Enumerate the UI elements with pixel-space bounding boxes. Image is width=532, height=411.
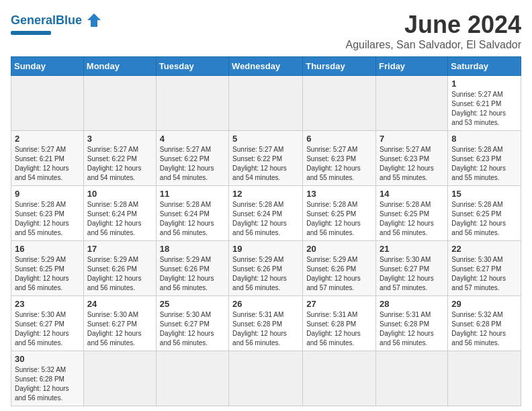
day-number: 12	[232, 189, 299, 199]
logo-blue-bar	[11, 31, 51, 35]
day-cell: 2Sunrise: 5:27 AM Sunset: 6:21 PM Daylig…	[11, 131, 84, 186]
day-info: Sunrise: 5:28 AM Sunset: 6:24 PM Dayligh…	[160, 200, 225, 238]
day-cell: 21Sunrise: 5:30 AM Sunset: 6:27 PM Dayli…	[376, 241, 448, 296]
day-cell: 24Sunrise: 5:30 AM Sunset: 6:27 PM Dayli…	[83, 296, 156, 351]
week-row-4: 23Sunrise: 5:30 AM Sunset: 6:27 PM Dayli…	[11, 296, 521, 351]
day-cell: 19Sunrise: 5:29 AM Sunset: 6:26 PM Dayli…	[229, 241, 303, 296]
day-number: 25	[160, 299, 225, 309]
logo-blue: Blue	[56, 13, 82, 27]
day-cell: 27Sunrise: 5:31 AM Sunset: 6:28 PM Dayli…	[303, 296, 376, 351]
week-row-1: 2Sunrise: 5:27 AM Sunset: 6:21 PM Daylig…	[11, 131, 521, 186]
day-cell: 12Sunrise: 5:28 AM Sunset: 6:24 PM Dayli…	[229, 186, 303, 241]
header-row: SundayMondayTuesdayWednesdayThursdayFrid…	[11, 57, 521, 76]
day-cell: 28Sunrise: 5:31 AM Sunset: 6:28 PM Dayli…	[376, 296, 448, 351]
day-cell: 18Sunrise: 5:29 AM Sunset: 6:26 PM Dayli…	[156, 241, 228, 296]
day-cell	[83, 351, 156, 406]
day-cell: 8Sunrise: 5:28 AM Sunset: 6:23 PM Daylig…	[448, 131, 521, 186]
day-cell: 11Sunrise: 5:28 AM Sunset: 6:24 PM Dayli…	[156, 186, 228, 241]
day-cell	[376, 76, 448, 131]
day-cell	[229, 351, 303, 406]
column-header-thursday: Thursday	[303, 57, 376, 76]
day-cell: 1Sunrise: 5:27 AM Sunset: 6:21 PM Daylig…	[448, 76, 521, 131]
logo: GeneralBlue	[11, 11, 103, 35]
day-number: 27	[306, 299, 372, 309]
week-row-2: 9Sunrise: 5:28 AM Sunset: 6:23 PM Daylig…	[11, 186, 521, 241]
day-info: Sunrise: 5:30 AM Sunset: 6:27 PM Dayligh…	[451, 255, 517, 293]
day-cell: 23Sunrise: 5:30 AM Sunset: 6:27 PM Dayli…	[11, 296, 84, 351]
day-info: Sunrise: 5:28 AM Sunset: 6:25 PM Dayligh…	[380, 200, 444, 238]
column-header-tuesday: Tuesday	[156, 57, 228, 76]
day-info: Sunrise: 5:27 AM Sunset: 6:22 PM Dayligh…	[160, 145, 225, 183]
day-cell: 26Sunrise: 5:31 AM Sunset: 6:28 PM Dayli…	[229, 296, 303, 351]
day-number: 18	[160, 244, 225, 254]
day-cell: 3Sunrise: 5:27 AM Sunset: 6:22 PM Daylig…	[83, 131, 156, 186]
day-number: 8	[451, 134, 517, 144]
week-row-5: 30Sunrise: 5:32 AM Sunset: 6:28 PM Dayli…	[11, 351, 521, 406]
day-number: 30	[15, 354, 80, 364]
day-number: 9	[15, 189, 80, 199]
day-info: Sunrise: 5:31 AM Sunset: 6:28 PM Dayligh…	[306, 310, 372, 348]
day-info: Sunrise: 5:30 AM Sunset: 6:27 PM Dayligh…	[160, 310, 225, 348]
day-info: Sunrise: 5:30 AM Sunset: 6:27 PM Dayligh…	[380, 255, 444, 293]
day-cell: 25Sunrise: 5:30 AM Sunset: 6:27 PM Dayli…	[156, 296, 228, 351]
calendar-table: SundayMondayTuesdayWednesdayThursdayFrid…	[11, 56, 521, 406]
subtitle: Aguilares, San Salvador, El Salvador	[346, 39, 521, 51]
day-cell: 4Sunrise: 5:27 AM Sunset: 6:22 PM Daylig…	[156, 131, 228, 186]
day-number: 10	[87, 189, 152, 199]
day-cell	[83, 76, 156, 131]
day-cell: 29Sunrise: 5:32 AM Sunset: 6:28 PM Dayli…	[448, 296, 521, 351]
column-header-sunday: Sunday	[11, 57, 84, 76]
day-cell	[229, 76, 303, 131]
day-cell: 30Sunrise: 5:32 AM Sunset: 6:28 PM Dayli…	[11, 351, 84, 406]
day-info: Sunrise: 5:27 AM Sunset: 6:23 PM Dayligh…	[306, 145, 372, 183]
day-number: 22	[451, 244, 517, 254]
header: GeneralBlue June 2024 Aguilares, San Sal…	[11, 11, 521, 51]
day-cell	[448, 351, 521, 406]
day-number: 4	[160, 134, 225, 144]
day-number: 21	[380, 244, 444, 254]
day-number: 1	[451, 79, 517, 89]
day-number: 3	[87, 134, 152, 144]
day-cell	[156, 76, 228, 131]
day-info: Sunrise: 5:32 AM Sunset: 6:28 PM Dayligh…	[15, 365, 80, 403]
week-row-0: 1Sunrise: 5:27 AM Sunset: 6:21 PM Daylig…	[11, 76, 521, 131]
day-number: 2	[15, 134, 80, 144]
day-info: Sunrise: 5:27 AM Sunset: 6:22 PM Dayligh…	[232, 145, 299, 183]
day-cell: 9Sunrise: 5:28 AM Sunset: 6:23 PM Daylig…	[11, 186, 84, 241]
logo-general: General	[11, 13, 56, 27]
day-info: Sunrise: 5:30 AM Sunset: 6:27 PM Dayligh…	[15, 310, 80, 348]
day-number: 5	[232, 134, 299, 144]
day-info: Sunrise: 5:31 AM Sunset: 6:28 PM Dayligh…	[380, 310, 444, 348]
day-number: 15	[451, 189, 517, 199]
day-cell: 17Sunrise: 5:29 AM Sunset: 6:26 PM Dayli…	[83, 241, 156, 296]
day-number: 13	[306, 189, 372, 199]
day-info: Sunrise: 5:27 AM Sunset: 6:22 PM Dayligh…	[87, 145, 152, 183]
day-cell: 16Sunrise: 5:29 AM Sunset: 6:25 PM Dayli…	[11, 241, 84, 296]
week-row-3: 16Sunrise: 5:29 AM Sunset: 6:25 PM Dayli…	[11, 241, 521, 296]
logo-text: GeneralBlue	[11, 13, 82, 28]
day-cell: 5Sunrise: 5:27 AM Sunset: 6:22 PM Daylig…	[229, 131, 303, 186]
svg-marker-0	[87, 13, 101, 27]
column-header-monday: Monday	[83, 57, 156, 76]
day-cell	[303, 76, 376, 131]
day-number: 23	[15, 299, 80, 309]
month-title: June 2024	[346, 11, 521, 39]
day-cell: 15Sunrise: 5:28 AM Sunset: 6:25 PM Dayli…	[448, 186, 521, 241]
day-info: Sunrise: 5:29 AM Sunset: 6:26 PM Dayligh…	[160, 255, 225, 293]
day-info: Sunrise: 5:28 AM Sunset: 6:24 PM Dayligh…	[87, 200, 152, 238]
day-number: 16	[15, 244, 80, 254]
day-cell: 13Sunrise: 5:28 AM Sunset: 6:25 PM Dayli…	[303, 186, 376, 241]
logo-icon	[85, 11, 103, 30]
day-number: 19	[232, 244, 299, 254]
day-info: Sunrise: 5:31 AM Sunset: 6:28 PM Dayligh…	[232, 310, 299, 348]
title-block: June 2024 Aguilares, San Salvador, El Sa…	[346, 11, 521, 51]
column-header-saturday: Saturday	[448, 57, 521, 76]
day-info: Sunrise: 5:28 AM Sunset: 6:23 PM Dayligh…	[451, 145, 517, 183]
day-number: 6	[306, 134, 372, 144]
day-cell: 10Sunrise: 5:28 AM Sunset: 6:24 PM Dayli…	[83, 186, 156, 241]
day-number: 14	[380, 189, 444, 199]
day-info: Sunrise: 5:28 AM Sunset: 6:25 PM Dayligh…	[451, 200, 517, 238]
day-info: Sunrise: 5:30 AM Sunset: 6:27 PM Dayligh…	[87, 310, 152, 348]
day-number: 17	[87, 244, 152, 254]
day-cell: 7Sunrise: 5:27 AM Sunset: 6:23 PM Daylig…	[376, 131, 448, 186]
